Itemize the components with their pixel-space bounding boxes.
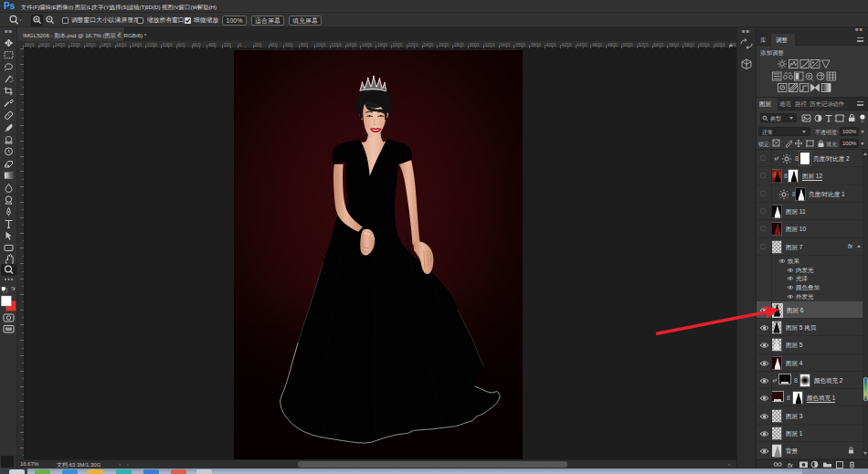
- svg-text:fx: fx: [788, 461, 793, 469]
